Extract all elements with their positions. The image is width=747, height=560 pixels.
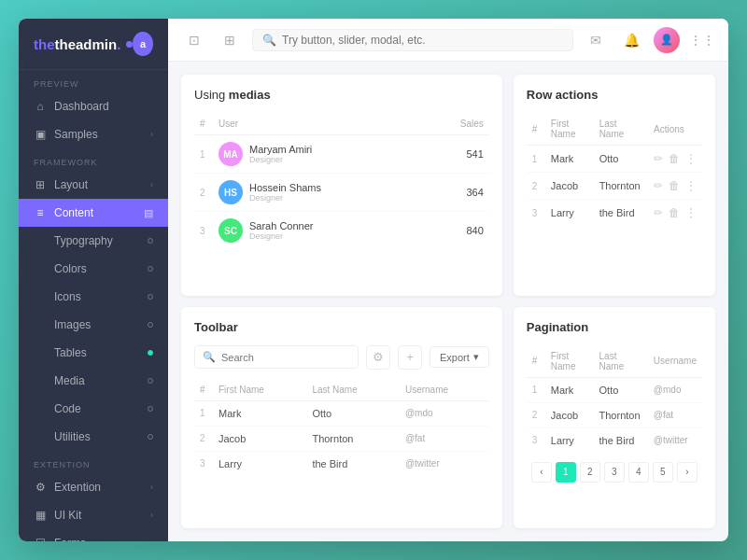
row-num: 1: [194, 135, 213, 174]
username: @mdo: [648, 377, 702, 402]
pagination-card: Pagination # First Name Last Name Userna…: [514, 307, 715, 529]
sidebar-item-colors[interactable]: Colors: [19, 255, 168, 283]
action-cell: ✏ 🗑 ⋮: [648, 200, 702, 227]
more-icon[interactable]: ⋮: [685, 179, 697, 192]
first-name: Larry: [545, 427, 594, 453]
pagination-table: # First Name Last Name Username 1 Mark O…: [527, 345, 702, 453]
toolbar-controls: 🔍 ⚙ + Export ▾: [194, 345, 489, 370]
username: @fat: [400, 426, 489, 451]
monitor-icon: ▣: [34, 128, 47, 141]
sidebar-item-ui-kit[interactable]: ▦ UI Kit ›: [19, 501, 168, 529]
delete-icon[interactable]: 🗑: [669, 152, 680, 165]
first-name: Larry: [213, 451, 306, 476]
more-icon[interactable]: ⋮: [685, 152, 697, 165]
icons-dot: [148, 294, 153, 300]
sidebar-item-typography[interactable]: Typography: [19, 227, 168, 255]
username: @twitter: [400, 451, 489, 476]
sidebar-avatar[interactable]: a: [133, 32, 153, 56]
sales-value: 364: [425, 174, 489, 212]
sidebar-item-extension[interactable]: ⚙ Extention ›: [19, 473, 168, 501]
home-icon: ⌂: [34, 100, 47, 113]
page-prev-btn[interactable]: ‹: [531, 462, 552, 483]
row-num: 3: [527, 200, 545, 227]
user-avatar: SC: [218, 218, 243, 243]
row-num: 2: [527, 402, 545, 427]
page-4-btn[interactable]: 4: [628, 462, 649, 483]
main-area: ⊡ ⊞ 🔍 ✉ 🔔 👤 ⋮⋮ Using medias: [168, 19, 728, 541]
col-first: First Name: [545, 113, 594, 146]
edit-icon[interactable]: ✏: [654, 206, 663, 219]
content-area: Using medias # User Sales 1 MA: [168, 62, 728, 541]
more-icon[interactable]: ⋮: [685, 206, 697, 219]
action-cell: ✏ 🗑 ⋮: [648, 173, 702, 200]
menu-icon[interactable]: ⋮⋮: [689, 27, 715, 53]
sales-value: 541: [425, 135, 489, 174]
sidebar-item-code[interactable]: Code: [19, 395, 168, 423]
toolbar-title: Toolbar: [194, 320, 489, 334]
page-2-btn[interactable]: 2: [580, 462, 600, 483]
section-preview-label: PREVIEW: [19, 70, 168, 92]
grid-icon: ▦: [34, 509, 47, 522]
page-next-btn[interactable]: ›: [677, 462, 698, 483]
page-3-btn[interactable]: 3: [604, 462, 625, 483]
add-btn[interactable]: +: [398, 345, 422, 370]
col-username: Username: [400, 379, 489, 401]
grid-view-icon[interactable]: ⊞: [217, 27, 243, 53]
sidebar-item-icons[interactable]: Icons: [19, 283, 168, 311]
page-1-btn[interactable]: 1: [556, 462, 576, 483]
sidebar-item-images[interactable]: Images: [19, 311, 168, 339]
table-row: 2 Jacob Thornton @fat: [194, 426, 489, 451]
delete-icon[interactable]: 🗑: [669, 179, 680, 192]
sidebar-item-layout[interactable]: ⊞ Layout ›: [19, 171, 168, 199]
sidebar-item-dashboard[interactable]: ⌂ Dashboard: [19, 92, 168, 120]
first-name: Mark: [545, 377, 594, 402]
mail-icon[interactable]: ✉: [583, 27, 609, 53]
sidebar-item-content[interactable]: ≡ Content ▤: [19, 199, 168, 227]
sidebar-item-utilities[interactable]: Utilities: [19, 423, 168, 451]
edit-icon[interactable]: ✏: [654, 179, 663, 192]
row-num: 1: [527, 146, 545, 173]
search-input[interactable]: [282, 34, 563, 47]
last-name: Thornton: [594, 402, 648, 427]
search-icon: 🔍: [262, 34, 276, 47]
col-last: Last Name: [594, 113, 648, 146]
logo-text: thetheadmin.: [34, 36, 120, 52]
user-cell: SC Sarah Conner Designer: [213, 212, 425, 250]
col-last: Last Name: [594, 345, 648, 378]
avatar-initials: 👤: [654, 27, 680, 53]
using-medias-card: Using medias # User Sales 1 MA: [181, 75, 502, 296]
col-hash: #: [194, 113, 213, 135]
user-role: Designer: [249, 155, 312, 164]
toolbar-search: 🔍: [194, 345, 359, 369]
sidebar-label-tables: Tables: [54, 346, 87, 359]
page-5-btn[interactable]: 5: [653, 462, 673, 483]
edit-icon[interactable]: ✏: [654, 152, 663, 165]
sidebar-item-samples[interactable]: ▣ Samples ›: [19, 120, 168, 148]
chevron-right-icon4: ›: [150, 539, 153, 541]
sidebar-label-samples: Samples: [54, 128, 98, 141]
sidebar: thetheadmin. a PREVIEW ⌂ Dashboard ▣ Sam…: [19, 19, 168, 541]
first-name: Jacob: [213, 426, 306, 451]
expand-icon[interactable]: ⊡: [181, 27, 207, 53]
table-row: 2 HS Hossein Shams Designer 364: [194, 174, 489, 212]
toolbar-card: Toolbar 🔍 ⚙ + Export ▾: [181, 307, 502, 529]
bell-icon[interactable]: 🔔: [618, 27, 644, 53]
table-row: 3 Larry the Bird ✏ 🗑 ⋮: [527, 200, 702, 227]
sidebar-item-forms[interactable]: ☑ Forms ›: [19, 529, 168, 541]
delete-icon[interactable]: 🗑: [669, 206, 680, 219]
user-cell: HS Hossein Shams Designer: [213, 174, 425, 212]
chevron-down-icon: ▾: [473, 351, 479, 363]
row-num: 1: [527, 377, 545, 402]
user-avatar[interactable]: 👤: [654, 27, 680, 53]
sidebar-item-tables[interactable]: Tables: [19, 339, 168, 367]
row-num: 2: [194, 174, 213, 212]
export-btn[interactable]: Export ▾: [430, 346, 489, 368]
sidebar-item-media[interactable]: Media: [19, 367, 168, 395]
settings-btn[interactable]: ⚙: [366, 345, 390, 370]
content-icon: ≡: [34, 206, 47, 219]
first-name: Jacob: [545, 402, 594, 427]
toolbar-search-input[interactable]: [221, 352, 350, 363]
row-num: 1: [194, 400, 213, 426]
username: @twitter: [648, 427, 702, 453]
table-row: 3 SC Sarah Conner Designer 840: [194, 212, 489, 250]
